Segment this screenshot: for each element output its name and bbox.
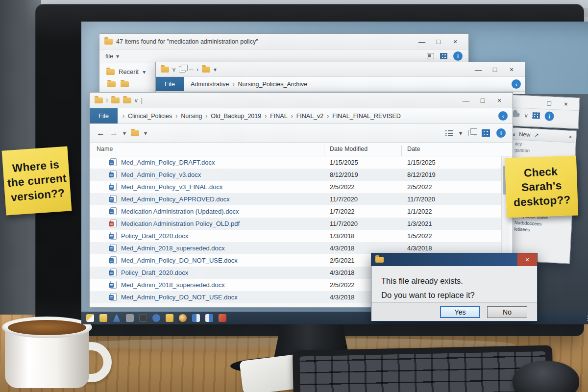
taskbar-app-icon[interactable]	[192, 314, 200, 322]
taskbar-app-icon[interactable]	[219, 314, 226, 322]
note-line: Check	[524, 164, 558, 180]
column-headers: Name Date Modified Date	[90, 143, 513, 156]
breadcrumb-item[interactable]: FINAL_FINAL_REVISED	[332, 113, 401, 120]
info-icon[interactable]: i	[544, 111, 554, 121]
desk-scene: 47 items found for "medication administr…	[0, 0, 588, 392]
chevron-down-icon: ▾	[116, 53, 119, 60]
taskbar-app-icon[interactable]	[86, 314, 94, 322]
forward-icon[interactable]: →	[110, 128, 118, 138]
breadcrumb-separator: ›	[327, 113, 329, 120]
close-icon[interactable]: ×	[503, 66, 520, 73]
column-divider[interactable]	[324, 146, 324, 156]
taskbar-app-icon[interactable]	[179, 314, 187, 322]
grid-view-icon[interactable]	[532, 112, 540, 119]
file-date-modified: 11/7/2020	[330, 220, 358, 227]
side-window-toolbar: v i	[506, 108, 579, 124]
breadcrumb-item[interactable]: Nursing	[181, 113, 202, 120]
breadcrumb-separator: ›	[205, 113, 207, 120]
file-row[interactable]: Med_Admin_Policy_DRAFT.docx1/15/20251/15…	[90, 156, 501, 169]
column-date[interactable]: Date	[407, 146, 420, 152]
file-tab[interactable]: File	[90, 108, 118, 123]
collapse-icon[interactable]: ‹	[498, 111, 508, 121]
breadcrumb-item[interactable]: FINAL	[270, 113, 287, 120]
taskbar-app-icon[interactable]	[166, 314, 173, 322]
file-row[interactable]: Med_Admin_Policy_v3.docx8/12/20198/12/20…	[90, 169, 501, 181]
maximize-icon[interactable]: □	[487, 66, 503, 73]
collapse-icon[interactable]: ‹	[512, 79, 521, 89]
maximize-icon[interactable]: □	[541, 99, 558, 106]
close-icon[interactable]: ×	[517, 253, 537, 266]
maximize-icon[interactable]: □	[430, 38, 447, 45]
file-date: 2/5/2022	[407, 183, 432, 191]
file-row[interactable]: Medication Administration Policy_OLD.pdf…	[90, 218, 501, 230]
breadcrumb-item[interactable]: Old_Backup_2019	[211, 113, 261, 120]
maximize-icon[interactable]: □	[474, 97, 491, 104]
taskbar-app-icon[interactable]	[126, 314, 134, 322]
main-breadcrumb: File › Clinical_Policies › Nursing › Old…	[90, 108, 513, 124]
folder-icon	[161, 67, 169, 73]
file-name: Med_Admin_Policy_APPROVED.docx	[121, 196, 230, 203]
breadcrumb-item[interactable]: Nursing_Policies_Archive	[238, 81, 307, 88]
open-new-icon[interactable]: ↗	[534, 131, 539, 138]
recent-label: Recerit	[119, 68, 139, 75]
column-divider[interactable]	[401, 146, 402, 156]
file-row[interactable]: Policy_Draft_2020.docx1/3/20181/5/2022	[90, 230, 501, 242]
folder-icon[interactable]	[107, 81, 116, 87]
side-window-top[interactable]: □ × v i	[505, 95, 580, 129]
chevron-icon: v	[172, 66, 175, 73]
file-date: 1/1/2022	[407, 208, 432, 215]
close-icon[interactable]: ×	[568, 134, 572, 140]
yes-button[interactable]: Yes	[440, 306, 480, 318]
no-button[interactable]: No	[487, 306, 527, 318]
info-icon[interactable]: i	[496, 128, 506, 138]
chevron-down-icon[interactable]: ▾	[144, 130, 147, 137]
file-row[interactable]: Medication Administration (Updated).docx…	[90, 205, 501, 218]
info-icon[interactable]: i	[453, 51, 463, 61]
taskbar-app-icon[interactable]	[113, 314, 121, 322]
file-date-modified: 1/3/2018	[330, 232, 355, 240]
layout-view-icon[interactable]	[427, 53, 434, 59]
grid-view-icon[interactable]	[440, 53, 447, 59]
breadcrumb-separator: ›	[122, 113, 124, 120]
back-icon[interactable]: ←	[97, 128, 105, 138]
breadcrumb-item[interactable]: FINAL_v2	[296, 113, 324, 120]
panes-icon[interactable]	[468, 130, 475, 136]
docx-file-icon	[110, 195, 117, 203]
file-date-modified: 4/3/2018	[330, 269, 355, 276]
folder-icon[interactable]	[131, 130, 139, 136]
file-date: 8/12/2019	[407, 171, 436, 178]
minimize-icon[interactable]: —	[414, 38, 430, 45]
file-menu[interactable]: file	[105, 53, 113, 60]
dots-icon: --	[189, 66, 193, 73]
column-name[interactable]: Name	[97, 146, 113, 152]
new-label[interactable]: New	[519, 131, 531, 137]
divider: |	[141, 97, 143, 104]
minimize-icon[interactable]: —	[470, 66, 487, 73]
file-row[interactable]: Med_Admin_Policy_v3_FINAL.docx2/5/20222/…	[90, 181, 501, 193]
close-icon[interactable]: ×	[447, 38, 464, 45]
main-window-titlebar: i v | — □ ×	[90, 93, 513, 108]
breadcrumb-item[interactable]: Administrative	[191, 81, 229, 88]
replace-file-dialog[interactable]: × This file already exists. Do you want …	[371, 253, 538, 321]
taskbar-app-icon[interactable]	[205, 314, 213, 322]
chevron-down-icon[interactable]: ▾	[459, 130, 462, 137]
breadcrumb-separator: ›	[265, 113, 267, 120]
breadcrumb-item[interactable]: Clinical_Policies	[128, 113, 172, 120]
docx-file-icon	[110, 281, 117, 289]
close-icon[interactable]: ×	[557, 100, 574, 107]
file-date: 4/3/2018	[407, 245, 432, 252]
details-view-icon[interactable]	[445, 130, 453, 136]
folder-icon[interactable]	[121, 81, 129, 87]
taskbar-app-icon[interactable]	[139, 314, 147, 322]
file-row[interactable]: Med_Admin_Policy_APPROVED.docx11/7/20201…	[90, 193, 501, 205]
taskbar-app-icon[interactable]	[99, 314, 107, 322]
window-controls: — □ ×	[414, 38, 464, 45]
file-tab[interactable]: File	[156, 77, 184, 91]
column-date-modified[interactable]: Date Modified	[330, 146, 368, 152]
taskbar-app-icon[interactable]	[152, 314, 160, 322]
minimize-icon[interactable]: —	[458, 97, 474, 104]
grid-view-icon[interactable]	[482, 129, 490, 137]
docx-file-icon	[110, 244, 117, 252]
close-icon[interactable]: ×	[491, 97, 508, 104]
chevron-down-icon[interactable]: ▾	[123, 130, 126, 137]
